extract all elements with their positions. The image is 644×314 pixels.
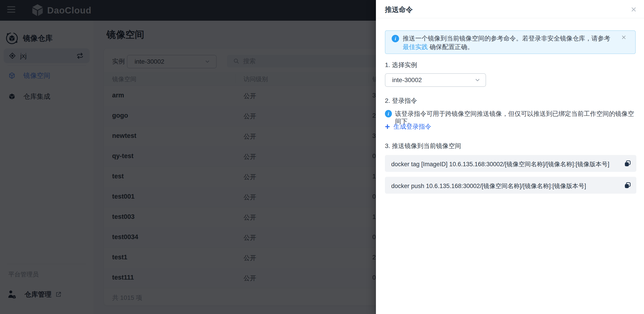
push-command-drawer: 推送命令 i 推送一个镜像到当前镜像空间的参考命令。若登录非安全镜像仓库，请参考…	[376, 0, 644, 314]
close-icon[interactable]	[630, 6, 638, 14]
app-window: DaoCloud 镜像仓库	[0, 0, 644, 314]
alert-close-icon[interactable]	[621, 35, 626, 40]
docker-tag-command-block: docker tag [ImageID] 10.6.135.168:30002/…	[385, 155, 636, 172]
copy-icon[interactable]	[624, 181, 632, 189]
drawer-instance-value: inte-30002	[392, 77, 474, 84]
drawer-instance-select[interactable]: inte-30002	[385, 73, 486, 87]
info-icon: i	[392, 35, 399, 42]
info-alert: i 推送一个镜像到当前镜像空间的参考命令。若登录非安全镜像仓库，请参考 最佳实践…	[385, 30, 636, 54]
copy-icon[interactable]	[624, 160, 632, 167]
drawer-title: 推送命令	[385, 5, 413, 15]
step1-label: 1. 选择实例	[385, 61, 417, 69]
generate-login-command-link[interactable]: + 生成登录指令	[385, 122, 431, 131]
alert-text-line2: 确保配置正确。	[430, 44, 474, 50]
alert-text-line1: 推送一个镜像到当前镜像空间的参考命令。若登录非安全镜像仓库，请参考	[403, 35, 610, 42]
docker-push-command-text: docker push 10.6.135.168:30002/[镜像空间名称]/…	[391, 182, 586, 190]
plus-icon: +	[385, 123, 390, 130]
chevron-down-icon	[474, 77, 481, 83]
best-practice-link[interactable]: 最佳实践	[403, 44, 428, 50]
docker-push-command-block: docker push 10.6.135.168:30002/[镜像空间名称]/…	[385, 177, 636, 194]
step2-label: 2. 登录指令	[385, 97, 417, 105]
generate-label: 生成登录指令	[394, 122, 431, 131]
drawer-header: 推送命令	[376, 0, 644, 18]
step3-label: 3. 推送镜像到当前镜像空间	[385, 142, 461, 150]
docker-tag-command-text: docker tag [ImageID] 10.6.135.168:30002/…	[391, 160, 610, 168]
info-icon: i	[385, 110, 392, 117]
